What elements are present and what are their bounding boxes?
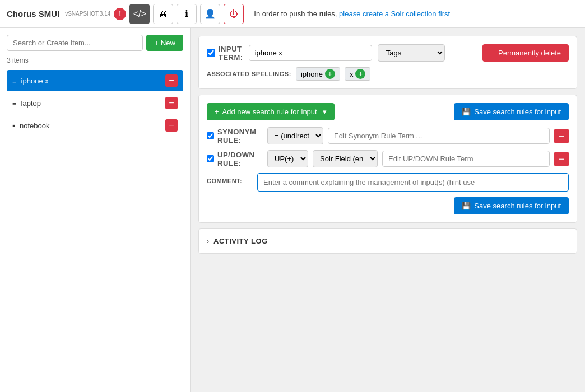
permanently-delete-button[interactable]: − Permanently delete bbox=[482, 44, 569, 62]
spelling-tag-0: iphone + bbox=[296, 67, 340, 81]
add-spelling-1[interactable]: + bbox=[355, 69, 365, 79]
spelling-value-0: iphone bbox=[301, 70, 323, 78]
updown-direction-select[interactable]: UP(+) bbox=[267, 150, 308, 167]
add-spelling-0[interactable]: + bbox=[325, 69, 335, 79]
item-list: ≡ iphone x − ≡ laptop − ▪ notebook − bbox=[7, 70, 183, 136]
user-btn[interactable]: 👤 bbox=[200, 4, 220, 24]
list-item[interactable]: ≡ laptop − bbox=[7, 92, 183, 114]
spellings-label: ASSOCIATED SPELLINGS: bbox=[207, 71, 291, 77]
add-rule-button[interactable]: + Add new search rule for input ▾ bbox=[207, 103, 335, 120]
activity-log-label: ACTIVITY LOG bbox=[213, 237, 268, 245]
remove-item-0[interactable]: − bbox=[165, 74, 178, 87]
updown-checkbox[interactable] bbox=[207, 155, 214, 162]
save-rules-top-button[interactable]: 💾 Save search rules for input bbox=[454, 103, 569, 120]
updown-field-select[interactable]: Solr Field (en bbox=[313, 150, 378, 167]
input-term-field[interactable] bbox=[249, 45, 372, 61]
save-rules-bottom-label: Save search rules for input bbox=[474, 202, 561, 210]
remove-item-2[interactable]: − bbox=[165, 119, 178, 132]
updown-label-bottom: RULE: bbox=[217, 159, 254, 167]
synonym-term-input[interactable] bbox=[328, 128, 550, 144]
badge-icon: ! bbox=[114, 8, 126, 20]
list-icon-2: ▪ bbox=[12, 121, 15, 130]
input-term-row: INPUT TERM: Tags − Permanently delete bbox=[207, 44, 569, 62]
remove-item-1[interactable]: − bbox=[165, 97, 178, 109]
input-term-card: INPUT TERM: Tags − Permanently delete AS… bbox=[198, 36, 577, 89]
sidebar-search-row: + New bbox=[7, 35, 183, 51]
app-version: vSNAPSHOT.3.14 bbox=[65, 11, 110, 17]
updown-rule-label: UP/DOWN RULE: bbox=[207, 151, 263, 167]
content-area: INPUT TERM: Tags − Permanently delete AS… bbox=[191, 28, 585, 392]
save-icon-bottom: 💾 bbox=[462, 202, 471, 210]
list-item[interactable]: ≡ iphone x − bbox=[7, 70, 183, 91]
rules-header: + Add new search rule for input ▾ 💾 Save… bbox=[207, 103, 569, 120]
list-icon-0: ≡ bbox=[12, 77, 17, 85]
save-rules-top-label: Save search rules for input bbox=[474, 108, 561, 116]
main-layout: + New 3 items ≡ iphone x − ≡ laptop − bbox=[0, 28, 585, 392]
save-bottom: 💾 Save search rules for input bbox=[207, 197, 569, 214]
rules-card: + Add new search rule for input ▾ 💾 Save… bbox=[198, 95, 577, 223]
spellings-row: ASSOCIATED SPELLINGS: iphone + x + bbox=[207, 67, 569, 81]
list-item-label-1: laptop bbox=[21, 99, 41, 108]
spelling-tag-1: x + bbox=[345, 67, 371, 81]
items-count: 3 items bbox=[7, 55, 183, 66]
comment-input[interactable] bbox=[257, 173, 569, 192]
plus-icon: + bbox=[154, 39, 159, 47]
sidebar: + New 3 items ≡ iphone x − ≡ laptop − bbox=[0, 28, 191, 392]
input-term-checkbox[interactable] bbox=[207, 49, 215, 57]
synonym-remove-button[interactable]: − bbox=[554, 129, 569, 143]
comment-row: COMMENT: bbox=[207, 173, 569, 192]
spelling-value-1: x bbox=[350, 70, 354, 78]
input-term-label: INPUT TERM: bbox=[207, 45, 243, 62]
synonym-label-top: SYNONYM bbox=[217, 128, 256, 136]
save-rules-bottom-button[interactable]: 💾 Save search rules for input bbox=[454, 197, 569, 214]
app-title: Chorus SMUI bbox=[7, 9, 59, 18]
header-notice: In order to push the rules, please creat… bbox=[254, 10, 450, 18]
header: Chorus SMUI vSNAPSHOT.3.14 ! </> 🖨 ℹ 👤 ⏻… bbox=[0, 0, 585, 28]
perm-delete-label: Permanently delete bbox=[498, 49, 561, 57]
power-btn[interactable]: ⏻ bbox=[224, 4, 244, 24]
updown-term-input[interactable] bbox=[382, 151, 550, 167]
synonym-rule-label: SYNONYM RULE: bbox=[207, 128, 263, 144]
search-input[interactable] bbox=[7, 35, 143, 51]
chevron-right-icon: › bbox=[207, 237, 209, 245]
synonym-checkbox[interactable] bbox=[207, 132, 214, 139]
activity-log-card: › ACTIVITY LOG bbox=[198, 228, 577, 254]
updown-label-top: UP/DOWN bbox=[217, 151, 254, 159]
updown-remove-button[interactable]: − bbox=[554, 152, 569, 166]
list-item[interactable]: ▪ notebook − bbox=[7, 115, 183, 136]
list-item-label-0: iphone x bbox=[21, 77, 49, 85]
plus-icon: + bbox=[215, 108, 219, 116]
updown-rule-row: UP/DOWN RULE: UP(+) Solr Field (en − bbox=[207, 150, 569, 167]
comment-label: COMMENT: bbox=[207, 173, 252, 184]
input-label-top: INPUT bbox=[219, 45, 243, 53]
new-label: New bbox=[161, 39, 175, 47]
save-icon-top: 💾 bbox=[462, 108, 471, 116]
minus-icon: − bbox=[490, 49, 495, 57]
info-btn[interactable]: ℹ bbox=[177, 4, 197, 24]
activity-log-row[interactable]: › ACTIVITY LOG bbox=[207, 237, 569, 245]
dropdown-icon: ▾ bbox=[323, 108, 327, 116]
synonym-rule-row: SYNONYM RULE: = (undirect − bbox=[207, 127, 569, 144]
tags-select[interactable]: Tags bbox=[378, 44, 445, 62]
new-button[interactable]: + New bbox=[146, 35, 183, 51]
solr-link[interactable]: please create a Solr collection first bbox=[339, 10, 450, 18]
add-rule-label: Add new search rule for input bbox=[222, 108, 317, 116]
input-label-bottom: TERM: bbox=[219, 53, 243, 62]
synonym-operator-select[interactable]: = (undirect bbox=[267, 127, 323, 144]
list-item-label-2: notebook bbox=[20, 122, 50, 130]
code-btn[interactable]: </> bbox=[129, 4, 150, 24]
synonym-label-bottom: RULE: bbox=[217, 136, 256, 144]
list-icon-1: ≡ bbox=[12, 99, 17, 108]
print-btn[interactable]: 🖨 bbox=[153, 4, 173, 24]
